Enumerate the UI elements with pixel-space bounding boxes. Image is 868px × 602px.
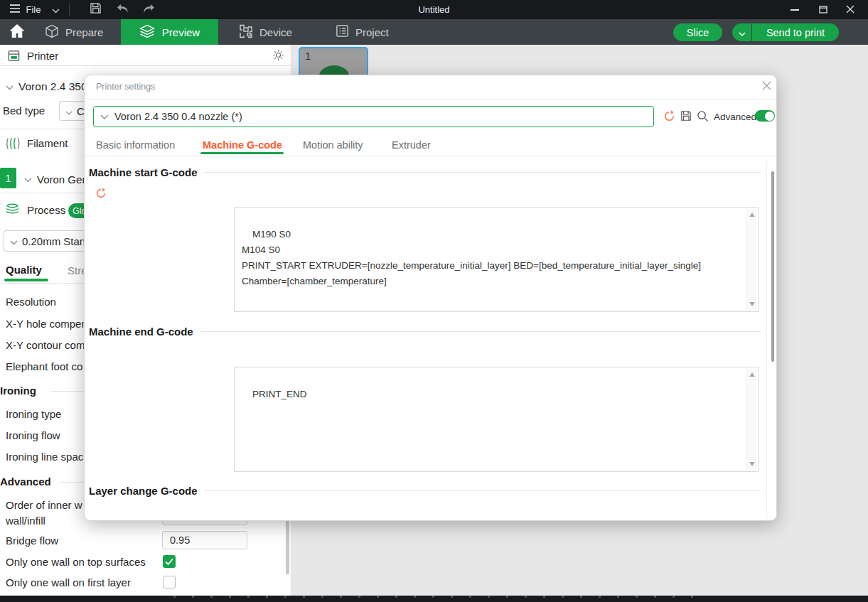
send-to-print-label: Send to print [766, 27, 825, 38]
end-gcode-text: PRINT_END [252, 389, 307, 399]
advanced-toggle[interactable] [755, 110, 775, 122]
send-dropdown-button[interactable] [732, 23, 751, 41]
printer-section-title: Printer [27, 50, 58, 62]
dialog-tab-basic[interactable]: Basic information [96, 139, 175, 151]
start-gcode-textarea[interactable]: M190 S0 M104 S0 PRINT_START EXTRUDER=[no… [234, 207, 759, 312]
bridge-flow-value: 0.95 [170, 534, 190, 546]
chevron-down-icon [739, 27, 746, 38]
bed-type-label: Bed type [3, 104, 45, 117]
plate-number: 1 [305, 50, 311, 62]
filament-icon [5, 137, 21, 153]
bottom-strip [0, 596, 868, 602]
maximize-icon [819, 4, 827, 16]
scroll-down-icon [749, 302, 755, 306]
bridge-flow-label: Bridge flow [6, 534, 58, 547]
dialog-preset-dropdown[interactable]: Voron 2.4 350 0.4 nozzle (*) [93, 106, 654, 127]
setting-item: Ironing type [6, 408, 61, 420]
setting-item: Ironing flow [6, 429, 60, 441]
end-gcode-title: Machine end G-code [89, 326, 200, 338]
save-preset-icon[interactable] [680, 110, 692, 124]
bed-type-dropdown[interactable]: Co [59, 101, 85, 121]
filament-section-title: Filament [27, 137, 68, 149]
layer-gcode-title: Layer change G-code [89, 485, 205, 497]
gcode-tab-underline [200, 152, 284, 154]
scroll-up-icon [749, 213, 755, 217]
dialog-header-divider [85, 99, 776, 100]
chevron-down-icon [24, 173, 32, 186]
order-inner-wall-label: Order of inner w wall/infill [6, 498, 82, 529]
reset-start-gcode-icon[interactable] [95, 188, 107, 202]
printer-settings-dialog: Printer settings Voron 2.4 350 0.4 nozzl… [84, 75, 777, 521]
ironing-section-title: Ironing [0, 385, 36, 397]
setting-item: Resolution [6, 296, 56, 308]
textarea-scrollbar[interactable] [746, 208, 757, 311]
close-button[interactable] [838, 0, 862, 19]
filament-index: 1 [6, 173, 11, 184]
window-title: Untitled [0, 4, 868, 15]
printer-preset-dropdown[interactable]: Voron 2.4 350 0 [6, 80, 96, 93]
setting-item: X-Y hole compen [6, 318, 87, 330]
minimize-icon [791, 9, 799, 11]
process-icon [5, 203, 20, 217]
scroll-up-icon [749, 372, 755, 377]
setting-item: Elephant foot co [6, 360, 82, 372]
dialog-title: Printer settings [96, 82, 155, 92]
dialog-tab-motion[interactable]: Motion ability [303, 139, 363, 151]
only-first-label: Only one wall on first layer [6, 576, 131, 588]
dialog-tabs-divider [85, 156, 776, 156]
maximize-button[interactable] [811, 0, 835, 19]
setting-item: Ironing line spac [6, 451, 83, 463]
send-to-print-button[interactable]: Send to print [752, 23, 839, 41]
quality-tab-underline [4, 279, 48, 281]
slice-button-label: Slice [687, 27, 709, 38]
device-icon [239, 24, 253, 41]
only-first-checkbox[interactable] [163, 576, 176, 588]
tab-project[interactable]: Project [336, 19, 400, 45]
setting-item: X-Y contour com [6, 339, 85, 351]
process-section-title: Process [27, 204, 65, 216]
reset-preset-icon[interactable] [663, 110, 675, 125]
process-preset-value: 0.20mm Stand [22, 235, 85, 247]
toggle-knob [765, 112, 774, 121]
scroll-down-icon [749, 462, 755, 466]
home-button[interactable] [4, 19, 30, 45]
advanced-section-title: Advanced [0, 475, 51, 488]
tab-project-label: Project [355, 26, 389, 38]
tab-prepare[interactable]: Prepare [45, 19, 116, 45]
prepare-icon [45, 24, 59, 41]
advanced-toggle-label: Advanced [714, 112, 756, 122]
gear-icon[interactable] [272, 49, 284, 64]
end-gcode-textarea[interactable]: PRINT_END [234, 367, 759, 472]
search-icon[interactable] [697, 110, 709, 125]
tab-preview-label: Preview [162, 26, 200, 38]
start-gcode-text: M190 S0 M104 S0 PRINT_START EXTRUDER=[no… [242, 229, 701, 286]
filament-index-badge[interactable]: 1 [0, 168, 16, 188]
check-icon [163, 555, 176, 568]
only-top-label: Only one wall on top surfaces [6, 556, 146, 568]
dialog-preset-value: Voron 2.4 350 0.4 nozzle (*) [114, 111, 242, 122]
tab-preview[interactable]: Preview [121, 19, 218, 45]
project-icon [336, 24, 349, 40]
tab-prepare-label: Prepare [65, 26, 103, 38]
slice-button[interactable]: Slice [673, 23, 722, 41]
close-icon [846, 4, 854, 16]
preview-icon [139, 24, 155, 41]
bridge-flow-input[interactable]: 0.95 [162, 531, 247, 549]
dialog-close-icon[interactable] [761, 80, 772, 94]
tab-device[interactable]: Device [239, 19, 303, 45]
chevron-down-icon [6, 80, 14, 93]
textarea-scrollbar[interactable] [746, 368, 757, 471]
chevron-down-icon [65, 105, 73, 117]
dialog-tab-gcode[interactable]: Machine G-code [203, 139, 282, 151]
titlebar: File Untitled [0, 0, 868, 19]
tab-device-label: Device [259, 26, 292, 38]
dialog-tab-extruder[interactable]: Extruder [392, 139, 431, 151]
process-preset-dropdown[interactable]: 0.20mm Stand [4, 230, 85, 252]
only-top-checkbox[interactable] [163, 555, 176, 568]
dialog-scrollbar[interactable] [771, 171, 774, 362]
tab-quality[interactable]: Quality [6, 264, 42, 276]
printer-icon [7, 49, 21, 65]
minimize-button[interactable] [783, 0, 807, 19]
start-gcode-title: Machine start G-code [89, 166, 205, 178]
dialog-scroll-gutter [766, 161, 767, 518]
